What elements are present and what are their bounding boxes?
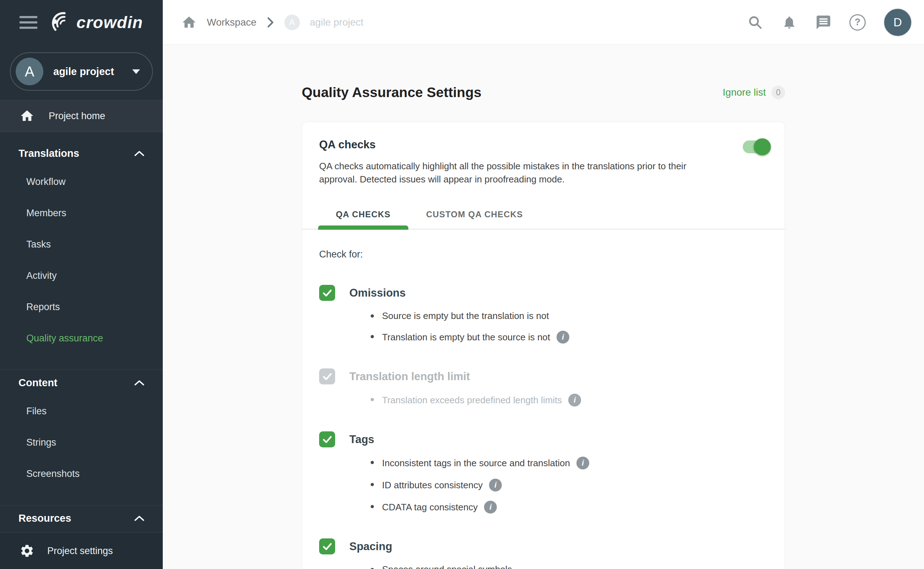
checkbox-omissions[interactable] [319, 285, 335, 301]
topbar-icons: ? D [747, 8, 912, 37]
sidebar-item-files[interactable]: Files [0, 396, 163, 427]
info-icon[interactable]: i [489, 479, 502, 491]
section-label: Content [18, 377, 58, 389]
sidebar-item-project-settings[interactable]: Project settings [0, 532, 163, 569]
search-icon[interactable] [747, 14, 763, 30]
chevron-right-icon [267, 17, 275, 28]
ignore-list-count-badge: 0 [772, 86, 785, 99]
crowdin-logo[interactable]: crowdin [51, 11, 143, 33]
sidebar-item-project-home[interactable]: Project home [0, 100, 163, 132]
sidebar-section-resources[interactable]: Resources [0, 505, 163, 531]
sidebar-item-workflow[interactable]: Workflow [0, 166, 163, 197]
user-avatar[interactable]: D [883, 8, 912, 37]
tab-custom-qa-checks[interactable]: CUSTOM QA CHECKS [408, 199, 541, 229]
main-area: Workspace A agile project [163, 0, 924, 569]
sidebar-logo-row: crowdin [0, 0, 163, 44]
qa-section-omissions: Omissions Source is empty but the transl… [319, 285, 768, 344]
topbar: Workspace A agile project [163, 0, 924, 45]
sidebar-nav: Translations Workflow Members Tasks Acti… [0, 132, 163, 532]
section-title: Omissions [349, 287, 406, 300]
info-icon[interactable]: i [568, 394, 581, 406]
project-name: agile project [53, 66, 114, 78]
sidebar-item-strings[interactable]: Strings [0, 427, 163, 458]
sidebar-item-screenshots[interactable]: Screenshots [0, 458, 163, 489]
qa-checks-description: QA checks automatically highlight all th… [319, 160, 714, 186]
title-row: Quality Assurance Settings Ignore list 0 [302, 75, 785, 110]
sidebar-section-translations[interactable]: Translations [0, 140, 163, 166]
section-title: Translation length limit [349, 370, 470, 383]
notifications-bell-icon[interactable] [781, 14, 798, 30]
tab-qa-checks[interactable]: QA CHECKS [318, 199, 408, 229]
breadcrumb-project[interactable]: agile project [310, 17, 364, 28]
project-selector[interactable]: A agile project [10, 52, 153, 91]
checkbox-spacing[interactable] [319, 539, 335, 554]
gear-icon [20, 543, 35, 558]
breadcrumb: Workspace A agile project [181, 15, 364, 30]
sidebar-section-content[interactable]: Content [0, 370, 163, 396]
qa-checks-heading: QA checks [319, 138, 768, 151]
crowdin-wordmark: crowdin [76, 12, 143, 32]
info-icon[interactable]: i [484, 501, 497, 514]
check-item: CDATA tag consistencyi [367, 501, 768, 514]
sidebar-item-tasks[interactable]: Tasks [0, 229, 163, 260]
qa-checks-toggle[interactable] [743, 140, 770, 153]
check-item: Inconsistent tags in the source and tran… [367, 456, 768, 469]
chevron-up-icon [134, 150, 144, 157]
sidebar-item-label: Project settings [47, 546, 113, 557]
card-header: QA checks QA checks automatically highli… [302, 122, 785, 186]
content: Quality Assurance Settings Ignore list 0… [163, 45, 924, 569]
sidebar-item-reports[interactable]: Reports [0, 291, 163, 323]
crowdin-logo-icon [51, 11, 73, 33]
bullet-list: Inconsistent tags in the source and tran… [319, 456, 768, 514]
app-window: crowdin A agile project Project home Tra… [0, 0, 924, 569]
home-icon[interactable] [181, 15, 197, 30]
check-for-label: Check for: [319, 249, 768, 260]
sidebar-item-quality-assurance[interactable]: Quality assurance [0, 323, 163, 354]
chevron-down-icon [132, 69, 140, 74]
check-item: Translation exceeds predefined length li… [367, 394, 768, 406]
check-item: Spaces around special symbols [367, 564, 768, 569]
chevron-up-icon [134, 379, 144, 386]
check-item: Source is empty but the translation is n… [367, 310, 768, 321]
chevron-up-icon [134, 515, 144, 521]
section-label: Resources [18, 513, 71, 524]
info-icon[interactable]: i [557, 331, 569, 344]
sidebar: crowdin A agile project Project home Tra… [0, 0, 163, 569]
card-body: Check for: Omissions Source is empty but… [302, 230, 785, 569]
qa-section-translation-length-limit: Translation length limit Translation exc… [319, 368, 768, 406]
help-icon[interactable]: ? [850, 14, 866, 30]
qa-checks-card: QA checks QA checks automatically highli… [302, 122, 785, 569]
toggle-thumb [754, 138, 771, 155]
ignore-list-link[interactable]: Ignore list 0 [723, 86, 785, 99]
home-icon [20, 108, 35, 123]
info-icon[interactable]: i [577, 456, 589, 469]
qa-section-tags: Tags Inconsistent tags in the source and… [319, 431, 768, 514]
sidebar-item-label: Project home [49, 111, 105, 122]
breadcrumb-project-avatar: A [284, 15, 300, 30]
tabs: QA CHECKS CUSTOM QA CHECKS [302, 199, 785, 230]
section-title: Tags [349, 433, 374, 446]
sidebar-item-activity[interactable]: Activity [0, 260, 163, 291]
bullet-list: Source is empty but the translation is n… [319, 310, 768, 344]
qa-section-spacing: Spacing Spaces around special symbols St… [319, 539, 768, 569]
page-title: Quality Assurance Settings [302, 85, 481, 100]
breadcrumb-workspace[interactable]: Workspace [207, 17, 256, 28]
section-label: Translations [18, 148, 79, 159]
section-title: Spacing [349, 540, 392, 553]
check-item: ID attributes consistencyi [367, 479, 768, 491]
checkbox-tags[interactable] [319, 431, 335, 447]
hamburger-menu-icon[interactable] [20, 16, 37, 29]
bullet-list: Spaces around special symbols Start and … [319, 564, 768, 569]
sidebar-item-members[interactable]: Members [0, 197, 163, 229]
check-item: Translation is empty but the source is n… [367, 331, 768, 344]
messages-icon[interactable] [815, 14, 831, 30]
project-avatar: A [16, 58, 43, 85]
project-selector-wrap: A agile project [0, 44, 163, 100]
bullet-list: Translation exceeds predefined length li… [319, 394, 768, 406]
checkbox-translation-length-limit[interactable] [319, 368, 335, 385]
ignore-list-label: Ignore list [723, 87, 766, 98]
